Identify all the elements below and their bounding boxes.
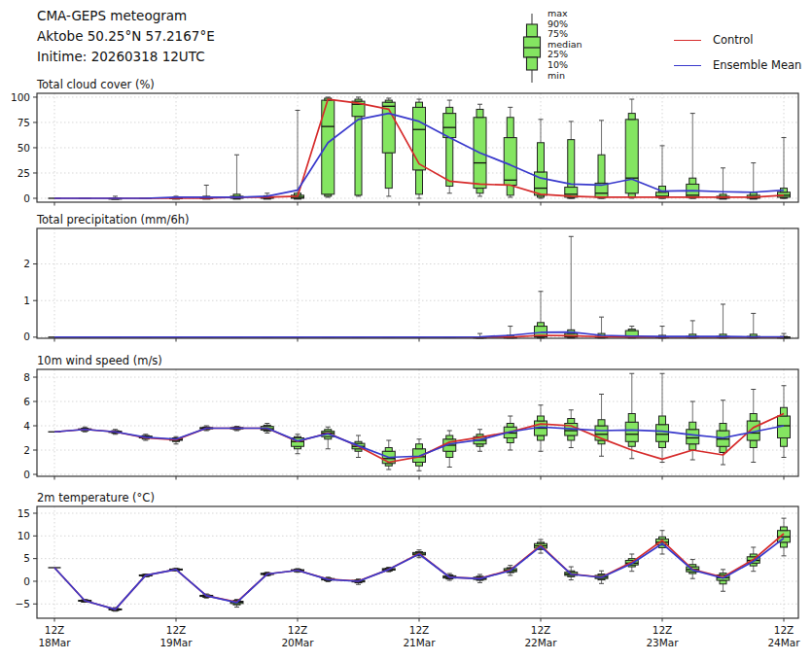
svg-text:12Z: 12Z	[288, 624, 308, 636]
svg-text:0: 0	[23, 469, 30, 480]
svg-text:−5: −5	[16, 598, 30, 609]
panel-title-wind: 10m wind speed (m/s)	[37, 354, 162, 367]
svg-text:19Mar: 19Mar	[159, 637, 193, 648]
svg-text:2: 2	[23, 258, 30, 269]
panel-temp: −50510152m temperature (°C)12Z18Mar12Z19…	[16, 491, 801, 648]
svg-text:2: 2	[23, 444, 30, 456]
svg-text:12Z: 12Z	[409, 624, 430, 636]
svg-text:10: 10	[18, 530, 30, 541]
svg-text:0: 0	[23, 575, 30, 587]
svg-text:12Z: 12Z	[45, 624, 65, 636]
svg-text:21Mar: 21Mar	[403, 637, 436, 648]
panel-title-precip: Total precipitation (mm/6h)	[36, 213, 189, 226]
svg-text:23Mar: 23Mar	[646, 637, 679, 648]
panel-cloud: 0255075100Total cloud cover (%)	[11, 78, 798, 206]
panel-wind: 0246810m wind speed (m/s)	[23, 354, 798, 480]
meteogram-page: CMA-GEPS meteogram Aktobe 50.25°N 57.216…	[0, 0, 812, 661]
svg-text:4: 4	[23, 420, 30, 432]
svg-text:18Mar: 18Mar	[38, 637, 71, 648]
svg-text:24Mar: 24Mar	[767, 637, 800, 648]
svg-text:15: 15	[18, 507, 30, 519]
panel-title-cloud: Total cloud cover (%)	[36, 78, 155, 91]
meteogram-chart: 0255075100Total cloud cover (%)012Total …	[0, 0, 812, 661]
panel-precip: 012Total precipitation (mm/6h)	[23, 213, 798, 342]
svg-text:75: 75	[18, 117, 30, 128]
svg-text:6: 6	[23, 396, 30, 407]
panel-title-temp: 2m temperature (°C)	[37, 491, 155, 504]
svg-text:50: 50	[18, 142, 30, 154]
svg-text:25: 25	[18, 167, 30, 179]
svg-text:8: 8	[23, 371, 30, 383]
svg-text:20Mar: 20Mar	[281, 637, 314, 648]
svg-text:12Z: 12Z	[531, 624, 551, 636]
svg-text:22Mar: 22Mar	[524, 637, 557, 648]
svg-text:1: 1	[23, 295, 30, 306]
svg-text:12Z: 12Z	[166, 624, 187, 636]
svg-text:0: 0	[23, 192, 30, 204]
svg-text:12Z: 12Z	[653, 624, 673, 636]
svg-text:5: 5	[23, 552, 30, 564]
svg-text:100: 100	[11, 91, 30, 103]
svg-text:0: 0	[23, 330, 30, 342]
svg-text:12Z: 12Z	[774, 624, 794, 636]
